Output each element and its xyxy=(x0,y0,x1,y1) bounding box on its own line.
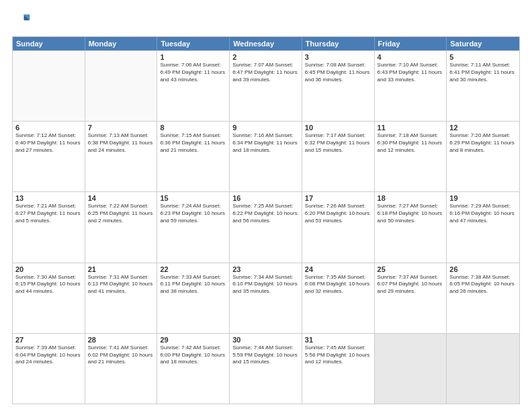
day-info: Sunrise: 7:26 AM Sunset: 6:20 PM Dayligh… xyxy=(305,203,371,224)
day-info: Sunrise: 7:34 AM Sunset: 6:10 PM Dayligh… xyxy=(232,274,299,295)
day-number: 18 xyxy=(378,194,444,202)
calendar-header-cell: Sunday xyxy=(13,37,85,50)
day-number: 8 xyxy=(160,124,226,132)
day-number: 11 xyxy=(378,124,444,132)
calendar-cell: 29Sunrise: 7:42 AM Sunset: 6:00 PM Dayli… xyxy=(157,334,230,404)
day-number: 19 xyxy=(449,194,517,202)
day-info: Sunrise: 7:39 AM Sunset: 6:04 PM Dayligh… xyxy=(15,345,82,366)
day-number: 5 xyxy=(449,53,517,61)
day-info: Sunrise: 7:38 AM Sunset: 6:05 PM Dayligh… xyxy=(449,274,517,295)
calendar-header-cell: Saturday xyxy=(447,37,519,50)
calendar-cell: 15Sunrise: 7:24 AM Sunset: 6:23 PM Dayli… xyxy=(157,192,230,262)
day-info: Sunrise: 7:15 AM Sunset: 6:36 PM Dayligh… xyxy=(160,132,226,154)
day-info: Sunrise: 7:30 AM Sunset: 6:15 PM Dayligh… xyxy=(15,274,82,295)
header xyxy=(12,12,520,31)
calendar-cell: 6Sunrise: 7:12 AM Sunset: 6:40 PM Daylig… xyxy=(13,122,85,191)
page: SundayMondayTuesdayWednesdayThursdayFrid… xyxy=(0,0,532,411)
calendar-week-row: 6Sunrise: 7:12 AM Sunset: 6:40 PM Daylig… xyxy=(13,121,519,191)
day-info: Sunrise: 7:35 AM Sunset: 6:08 PM Dayligh… xyxy=(305,274,371,295)
day-info: Sunrise: 7:16 AM Sunset: 6:34 PM Dayligh… xyxy=(232,132,299,154)
calendar-header-cell: Tuesday xyxy=(157,37,230,50)
calendar-cell: 14Sunrise: 7:22 AM Sunset: 6:25 PM Dayli… xyxy=(85,192,158,262)
day-number: 14 xyxy=(88,194,154,202)
day-info: Sunrise: 7:13 AM Sunset: 6:38 PM Dayligh… xyxy=(88,132,154,154)
logo xyxy=(12,12,34,31)
day-info: Sunrise: 7:33 AM Sunset: 6:11 PM Dayligh… xyxy=(160,274,226,295)
logo-icon xyxy=(12,12,31,31)
day-number: 27 xyxy=(15,336,82,344)
day-number: 7 xyxy=(88,124,154,132)
day-info: Sunrise: 7:18 AM Sunset: 6:30 PM Dayligh… xyxy=(378,132,444,154)
calendar-week-row: 1Sunrise: 7:06 AM Sunset: 6:49 PM Daylig… xyxy=(13,50,519,121)
calendar-cell: 20Sunrise: 7:30 AM Sunset: 6:15 PM Dayli… xyxy=(13,263,85,333)
day-number: 12 xyxy=(449,124,517,132)
day-number: 29 xyxy=(160,336,226,344)
day-info: Sunrise: 7:25 AM Sunset: 6:22 PM Dayligh… xyxy=(232,203,299,224)
day-info: Sunrise: 7:21 AM Sunset: 6:27 PM Dayligh… xyxy=(15,203,82,224)
calendar-body: 1Sunrise: 7:06 AM Sunset: 6:49 PM Daylig… xyxy=(13,50,519,404)
calendar-cell: 31Sunrise: 7:45 AM Sunset: 5:58 PM Dayli… xyxy=(302,334,375,404)
calendar-cell: 12Sunrise: 7:20 AM Sunset: 6:29 PM Dayli… xyxy=(447,122,519,191)
day-number: 30 xyxy=(232,336,299,344)
day-info: Sunrise: 7:37 AM Sunset: 6:07 PM Dayligh… xyxy=(378,274,444,295)
calendar-cell: 5Sunrise: 7:11 AM Sunset: 6:41 PM Daylig… xyxy=(447,51,519,121)
day-number: 10 xyxy=(305,124,371,132)
calendar-cell: 24Sunrise: 7:35 AM Sunset: 6:08 PM Dayli… xyxy=(302,263,375,333)
calendar-cell: 26Sunrise: 7:38 AM Sunset: 6:05 PM Dayli… xyxy=(447,263,519,333)
calendar-cell: 11Sunrise: 7:18 AM Sunset: 6:30 PM Dayli… xyxy=(375,122,447,191)
calendar-cell: 16Sunrise: 7:25 AM Sunset: 6:22 PM Dayli… xyxy=(230,192,302,262)
calendar-cell: 18Sunrise: 7:27 AM Sunset: 6:18 PM Dayli… xyxy=(375,192,447,262)
calendar-cell xyxy=(13,51,85,121)
day-number: 22 xyxy=(160,265,226,273)
calendar-cell: 13Sunrise: 7:21 AM Sunset: 6:27 PM Dayli… xyxy=(13,192,85,262)
calendar-cell: 27Sunrise: 7:39 AM Sunset: 6:04 PM Dayli… xyxy=(13,334,85,404)
calendar-week-row: 13Sunrise: 7:21 AM Sunset: 6:27 PM Dayli… xyxy=(13,191,519,262)
calendar-cell: 10Sunrise: 7:17 AM Sunset: 6:32 PM Dayli… xyxy=(302,122,375,191)
calendar-week-row: 27Sunrise: 7:39 AM Sunset: 6:04 PM Dayli… xyxy=(13,333,519,404)
calendar-cell: 30Sunrise: 7:44 AM Sunset: 5:59 PM Dayli… xyxy=(230,334,302,404)
day-number: 28 xyxy=(88,336,154,344)
day-info: Sunrise: 7:45 AM Sunset: 5:58 PM Dayligh… xyxy=(305,345,371,366)
day-number: 23 xyxy=(232,265,299,273)
calendar-cell: 3Sunrise: 7:08 AM Sunset: 6:45 PM Daylig… xyxy=(302,51,375,121)
day-info: Sunrise: 7:10 AM Sunset: 6:43 PM Dayligh… xyxy=(378,62,444,83)
calendar-cell: 7Sunrise: 7:13 AM Sunset: 6:38 PM Daylig… xyxy=(85,122,158,191)
calendar-header-row: SundayMondayTuesdayWednesdayThursdayFrid… xyxy=(13,37,519,50)
day-info: Sunrise: 7:08 AM Sunset: 6:45 PM Dayligh… xyxy=(305,62,371,83)
calendar-cell: 9Sunrise: 7:16 AM Sunset: 6:34 PM Daylig… xyxy=(230,122,302,191)
calendar-header-cell: Thursday xyxy=(302,37,375,50)
day-info: Sunrise: 7:29 AM Sunset: 6:16 PM Dayligh… xyxy=(449,203,517,224)
calendar-cell xyxy=(447,334,519,404)
day-number: 13 xyxy=(15,194,82,202)
day-info: Sunrise: 7:24 AM Sunset: 6:23 PM Dayligh… xyxy=(160,203,226,224)
calendar-cell: 21Sunrise: 7:31 AM Sunset: 6:13 PM Dayli… xyxy=(85,263,158,333)
calendar-cell: 8Sunrise: 7:15 AM Sunset: 6:36 PM Daylig… xyxy=(157,122,230,191)
day-number: 4 xyxy=(378,53,444,61)
day-number: 3 xyxy=(305,53,371,61)
calendar-cell xyxy=(375,334,447,404)
day-number: 16 xyxy=(232,194,299,202)
calendar-cell: 19Sunrise: 7:29 AM Sunset: 6:16 PM Dayli… xyxy=(447,192,519,262)
day-info: Sunrise: 7:27 AM Sunset: 6:18 PM Dayligh… xyxy=(378,203,444,224)
day-number: 24 xyxy=(305,265,371,273)
day-info: Sunrise: 7:22 AM Sunset: 6:25 PM Dayligh… xyxy=(88,203,154,224)
calendar-cell: 28Sunrise: 7:41 AM Sunset: 6:02 PM Dayli… xyxy=(85,334,158,404)
day-number: 15 xyxy=(160,194,226,202)
calendar-header-cell: Friday xyxy=(375,37,447,50)
day-number: 17 xyxy=(305,194,371,202)
day-number: 31 xyxy=(305,336,371,344)
day-info: Sunrise: 7:41 AM Sunset: 6:02 PM Dayligh… xyxy=(88,345,154,366)
calendar-header-cell: Wednesday xyxy=(230,37,302,50)
day-number: 20 xyxy=(15,265,82,273)
day-info: Sunrise: 7:42 AM Sunset: 6:00 PM Dayligh… xyxy=(160,345,226,366)
day-number: 6 xyxy=(15,124,82,132)
day-info: Sunrise: 7:17 AM Sunset: 6:32 PM Dayligh… xyxy=(305,132,371,154)
calendar-header-cell: Monday xyxy=(85,37,158,50)
day-number: 26 xyxy=(449,265,517,273)
calendar-cell: 22Sunrise: 7:33 AM Sunset: 6:11 PM Dayli… xyxy=(157,263,230,333)
calendar-cell: 2Sunrise: 7:07 AM Sunset: 6:47 PM Daylig… xyxy=(230,51,302,121)
day-info: Sunrise: 7:07 AM Sunset: 6:47 PM Dayligh… xyxy=(232,62,299,83)
day-number: 25 xyxy=(378,265,444,273)
calendar-cell: 23Sunrise: 7:34 AM Sunset: 6:10 PM Dayli… xyxy=(230,263,302,333)
day-info: Sunrise: 7:12 AM Sunset: 6:40 PM Dayligh… xyxy=(15,132,82,154)
